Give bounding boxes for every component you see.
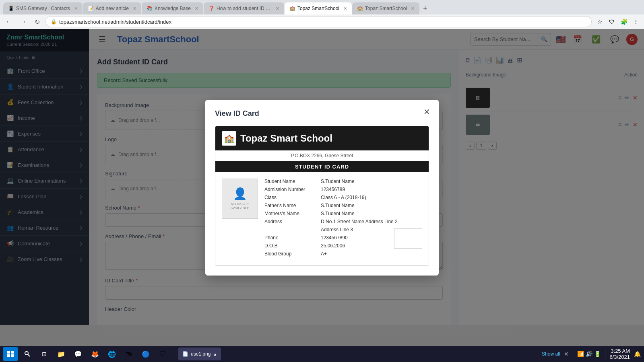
field-student-name: Student Name S.Tudent Name (264, 179, 422, 184)
taskbar-file-download[interactable]: 📄 use1.png ▲ (178, 348, 221, 360)
id-card-body: 👤 NO IMAGEAVAILABLE Student Name S.Tuden… (215, 172, 429, 265)
file-label: use1.png (191, 351, 211, 357)
tab-sms-gateway[interactable]: 📱 SMS Gateway | Contacts ✕ (3, 2, 83, 14)
taskbar-skype[interactable]: 💬 (71, 347, 85, 361)
svg-point-4 (25, 352, 28, 355)
tab-topaz-2[interactable]: 🏫 Topaz SmartSchool ✕ (352, 2, 419, 14)
modal-close-button[interactable]: ✕ (421, 106, 432, 117)
tab-close-1[interactable]: ✕ (74, 6, 78, 11)
settings-icon[interactable]: ⋮ (631, 17, 641, 27)
bookmark-icon[interactable]: ☆ (595, 17, 605, 27)
svg-rect-3 (11, 354, 14, 357)
show-all-button[interactable]: Show all (540, 351, 561, 357)
ext-icon-2[interactable]: 🧩 (619, 17, 629, 27)
forward-button[interactable]: → (18, 17, 29, 26)
taskbar-chrome[interactable]: 🔵 (138, 347, 153, 361)
field-fathers-name: Father's Name S.Tudent Name (264, 203, 422, 208)
view-id-card-modal: View ID Card ✕ 🏫 Topaz Smart School P.O.… (205, 100, 439, 276)
field-address: Address D.No.1 Street Name Address Line … (264, 219, 422, 224)
id-card-signature-box (394, 228, 422, 249)
id-card-logo: 🏫 (222, 131, 236, 146)
no-image-icon: 👤 (233, 187, 247, 200)
id-card-info: Student Name S.Tudent Name Admission Num… (264, 179, 422, 259)
id-card-preview: 🏫 Topaz Smart School P.O.BOX 2266, Gbese… (215, 126, 429, 266)
taskbar: ⊡ 📁 💬 🦊 🌐 🛍 🔵 🛡 📄 use1.png ▲ Show all ✕ … (0, 346, 644, 362)
tab-close-5[interactable]: ✕ (343, 6, 347, 11)
taskbar-app-1[interactable]: 🦊 (88, 347, 102, 361)
address-bar-row: ← → ↻ 🔒 topazsmartschool.net/admin/stude… (0, 14, 644, 29)
id-card-school-name: Topaz Smart School (240, 133, 332, 144)
new-tab-button[interactable]: + (420, 2, 431, 14)
taskbar-search-btn[interactable] (20, 347, 35, 361)
start-button[interactable] (3, 347, 18, 361)
file-icon: 📄 (182, 351, 188, 357)
systray: 📶 🔊 🔋 (577, 351, 601, 357)
tabs-bar: 📱 SMS Gateway | Contacts ✕ 📝 Add new art… (0, 0, 644, 14)
modal-title: View ID Card (215, 109, 429, 118)
field-mothers-name: Mothers's Name S.Tudent Name (264, 211, 422, 216)
svg-rect-1 (11, 351, 14, 354)
ext-icon-1[interactable]: 🛡 (607, 17, 617, 27)
field-admission-number: Admission Number 123456789 (264, 187, 422, 192)
address-bar[interactable]: 🔒 topazsmartschool.net/admin/studentidca… (45, 16, 592, 27)
file-chevron-icon: ▲ (213, 352, 217, 356)
svg-rect-0 (7, 351, 10, 354)
taskbar-store[interactable]: 🛍 (122, 347, 136, 361)
taskbar-time: 3:25 AM 6/3/2021 (609, 348, 630, 360)
tab-knowledge-base[interactable]: 📚 Knowledge Base ✕ (142, 2, 203, 14)
time-display: 3:25 AM (609, 348, 630, 354)
tab-how-to-add[interactable]: ❓ How to add student ID card? ✕ (204, 2, 284, 14)
reload-button[interactable]: ↻ (32, 17, 42, 27)
id-card-address: P.O.BOX 2266, Gbese Street (215, 150, 429, 161)
taskbar-edge[interactable]: 🌐 (105, 347, 119, 361)
no-image-text: NO IMAGEAVAILABLE (230, 202, 249, 210)
svg-rect-2 (7, 354, 10, 357)
field-blood-group: Blood Group A+ (264, 251, 422, 257)
modal-overlay[interactable]: View ID Card ✕ 🏫 Topaz Smart School P.O.… (0, 29, 644, 346)
field-class: Class Class 6 - A (2018-19) (264, 195, 422, 200)
id-card-header: 🏫 Topaz Smart School (215, 126, 429, 150)
field-dob: D.O.B 25.06.2006 (264, 243, 422, 249)
tab-close-2[interactable]: ✕ (133, 6, 136, 11)
tray-wifi[interactable]: 📶 (577, 351, 584, 357)
tab-favicon-1: 📱 (8, 6, 14, 11)
address-text: topazsmartschool.net/admin/studentidcard… (59, 19, 171, 25)
close-download-button[interactable]: ✕ (564, 351, 569, 357)
id-card-title-bar: STUDENT ID CARD (215, 161, 429, 172)
taskbar-divider (174, 349, 174, 359)
tab-close-3[interactable]: ✕ (195, 6, 198, 11)
tray-volume[interactable]: 🔊 (586, 351, 592, 357)
notifications-icon[interactable]: 🔔 (634, 351, 641, 357)
taskbar-file-explorer[interactable]: 📁 (54, 347, 68, 361)
back-button[interactable]: ← (3, 17, 14, 26)
tab-add-article[interactable]: 📝 Add new article ✕ (83, 2, 141, 14)
id-card-photo: 👤 NO IMAGEAVAILABLE (222, 179, 258, 219)
taskbar-security[interactable]: 🛡 (155, 347, 170, 361)
browser-chrome: 📱 SMS Gateway | Contacts ✕ 📝 Add new art… (0, 0, 644, 29)
date-display: 6/3/2021 (609, 354, 630, 360)
tab-close-6[interactable]: ✕ (411, 6, 415, 11)
tab-close-4[interactable]: ✕ (276, 6, 279, 11)
svg-line-5 (28, 354, 30, 356)
tab-topaz-active[interactable]: 🏫 Topaz SmartSchool ✕ (285, 2, 352, 14)
taskbar-task-view[interactable]: ⊡ (37, 347, 52, 361)
tray-battery[interactable]: 🔋 (594, 351, 601, 357)
